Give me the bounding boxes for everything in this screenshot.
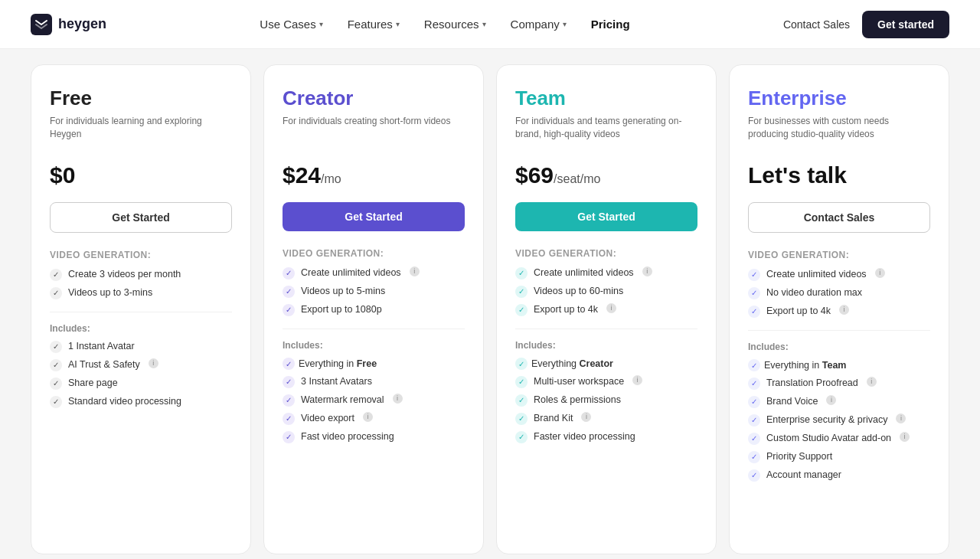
nav-resources[interactable]: Resources ▾	[424, 18, 486, 31]
nav-use-cases[interactable]: Use Cases ▾	[260, 18, 322, 31]
check-icon: ✓	[50, 341, 62, 353]
team-includes-base: ✓ Everything Creator	[515, 357, 697, 370]
pricing-section: Free For individuals learning and explor…	[0, 49, 980, 559]
creator-plan-price: $24/mo	[283, 162, 465, 188]
team-feature-3: ✓ Faster video processing	[515, 430, 697, 443]
enterprise-includes-features: ✓ Translation Proofread i ✓ Brand Voice …	[748, 377, 930, 482]
creator-video-feature-0: ✓ Create unlimited videos i	[283, 266, 465, 280]
check-icon: ✓	[283, 286, 295, 298]
nav-features[interactable]: Features ▾	[348, 18, 400, 31]
info-icon[interactable]: i	[642, 266, 652, 276]
info-icon[interactable]: i	[632, 375, 642, 385]
get-started-nav-button[interactable]: Get started	[862, 11, 949, 38]
enterprise-plan-card: Enterprise For businesses with custom ne…	[729, 64, 949, 554]
team-includes-features: ✓ Multi-user workspace i ✓ Roles & permi…	[515, 375, 697, 443]
pricing-cards-grid: Free For individuals learning and explor…	[31, 64, 949, 554]
team-plan-description: For individuals and teams generating on-…	[515, 115, 697, 149]
creator-divider	[283, 329, 465, 329]
check-icon: ✓	[515, 413, 528, 425]
nav-pricing[interactable]: Pricing	[591, 18, 630, 31]
enterprise-plan-description: For businesses with custom needs produci…	[748, 115, 930, 149]
enterprise-feature-1: ✓ Brand Voice i	[748, 395, 930, 408]
nav-actions: Contact Sales Get started	[783, 11, 949, 38]
check-icon: ✓	[748, 396, 760, 408]
check-icon: ✓	[515, 358, 528, 370]
info-icon[interactable]: i	[826, 395, 836, 405]
info-icon[interactable]: i	[149, 358, 158, 368]
check-icon: ✓	[515, 376, 528, 388]
info-icon[interactable]: i	[896, 414, 906, 423]
team-feature-1: ✓ Roles & permissions	[515, 394, 697, 407]
free-plan-price: $0	[50, 162, 232, 188]
logo-text: heygen	[58, 16, 106, 32]
info-icon[interactable]: i	[867, 377, 877, 387]
creator-plan-card: Creator For individuals creating short-f…	[263, 64, 484, 554]
logo[interactable]: heygen	[31, 14, 106, 35]
free-includes-features: ✓ 1 Instant Avatar ✓ AI Trust & Safety i…	[50, 340, 232, 408]
free-video-feature-0: ✓ Create 3 videos per month	[50, 268, 232, 281]
check-icon: ✓	[748, 359, 760, 371]
team-plan-card: Team For individuals and teams generatin…	[496, 64, 717, 554]
info-icon[interactable]: i	[839, 305, 849, 315]
team-plan-price: $69/seat/mo	[515, 162, 697, 188]
check-icon: ✓	[50, 359, 62, 371]
creator-includes-label: Includes:	[283, 340, 465, 351]
check-icon: ✓	[50, 269, 62, 281]
free-feature-1: ✓ AI Trust & Safety i	[50, 358, 232, 371]
enterprise-plan-price: Let's talk	[748, 162, 930, 188]
check-icon: ✓	[283, 431, 295, 443]
enterprise-feature-2: ✓ Enterprise security & privacy i	[748, 414, 930, 427]
team-video-feature-2: ✓ Export up to 4k i	[515, 303, 697, 316]
free-plan-card: Free For individuals learning and explor…	[31, 64, 251, 554]
creator-video-feature-1: ✓ Videos up to 5-mins	[283, 285, 465, 298]
enterprise-divider	[748, 330, 930, 331]
info-icon[interactable]: i	[410, 266, 420, 276]
team-includes-label: Includes:	[515, 340, 697, 351]
chevron-down-icon: ▾	[563, 20, 567, 28]
info-icon[interactable]: i	[606, 303, 616, 313]
enterprise-video-feature-0: ✓ Create unlimited videos i	[748, 268, 930, 281]
creator-feature-1: ✓ Watermark removal i	[283, 394, 465, 407]
info-icon[interactable]: i	[900, 432, 910, 442]
contact-sales-nav-button[interactable]: Contact Sales	[783, 18, 850, 31]
enterprise-includes-base: ✓ Everything in Team	[748, 358, 930, 371]
check-icon: ✓	[748, 451, 760, 463]
info-icon[interactable]: i	[363, 412, 373, 422]
check-icon: ✓	[748, 306, 760, 318]
creator-video-feature-2: ✓ Export up to 1080p	[283, 303, 465, 316]
team-get-started-button[interactable]: Get Started	[515, 202, 697, 231]
enterprise-contact-sales-button[interactable]: Contact Sales	[748, 202, 930, 233]
check-icon: ✓	[283, 304, 295, 316]
creator-feature-0: ✓ 3 Instant Avatars	[283, 375, 465, 388]
free-plan-name: Free	[50, 87, 232, 110]
chevron-down-icon: ▾	[396, 20, 400, 28]
enterprise-feature-3: ✓ Custom Studio Avatar add-on i	[748, 432, 930, 445]
team-video-gen-label: Video Generation:	[515, 248, 697, 259]
check-icon: ✓	[50, 287, 62, 299]
info-icon[interactable]: i	[393, 394, 403, 404]
creator-includes-base: ✓ Everything in Free	[283, 357, 465, 370]
creator-plan-description: For individuals creating short-form vide…	[283, 115, 465, 149]
free-get-started-button[interactable]: Get Started	[50, 202, 232, 233]
info-icon[interactable]: i	[875, 268, 885, 278]
free-feature-3: ✓ Standard video processing	[50, 395, 232, 408]
free-video-feature-1: ✓ Videos up to 3-mins	[50, 286, 232, 299]
free-divider	[50, 312, 232, 312]
chevron-down-icon: ▾	[482, 20, 486, 28]
creator-video-gen-label: Video Generation:	[283, 248, 465, 259]
check-icon: ✓	[515, 286, 528, 298]
creator-get-started-button[interactable]: Get Started	[283, 202, 465, 231]
creator-video-features: ✓ Create unlimited videos i ✓ Videos up …	[283, 266, 465, 316]
check-icon: ✓	[748, 414, 760, 427]
free-feature-0: ✓ 1 Instant Avatar	[50, 340, 232, 353]
info-icon[interactable]: i	[581, 412, 591, 422]
enterprise-video-gen-label: Video Generation:	[748, 250, 930, 260]
enterprise-plan-name: Enterprise	[748, 87, 930, 110]
check-icon: ✓	[50, 396, 62, 408]
nav-company[interactable]: Company ▾	[511, 18, 567, 31]
creator-feature-3: ✓ Fast video processing	[283, 430, 465, 443]
creator-plan-name: Creator	[283, 87, 465, 110]
nav-links: Use Cases ▾ Features ▾ Resources ▾ Compa…	[260, 18, 629, 31]
check-icon: ✓	[748, 269, 760, 281]
enterprise-video-feature-1: ✓ No video duration max	[748, 286, 930, 299]
